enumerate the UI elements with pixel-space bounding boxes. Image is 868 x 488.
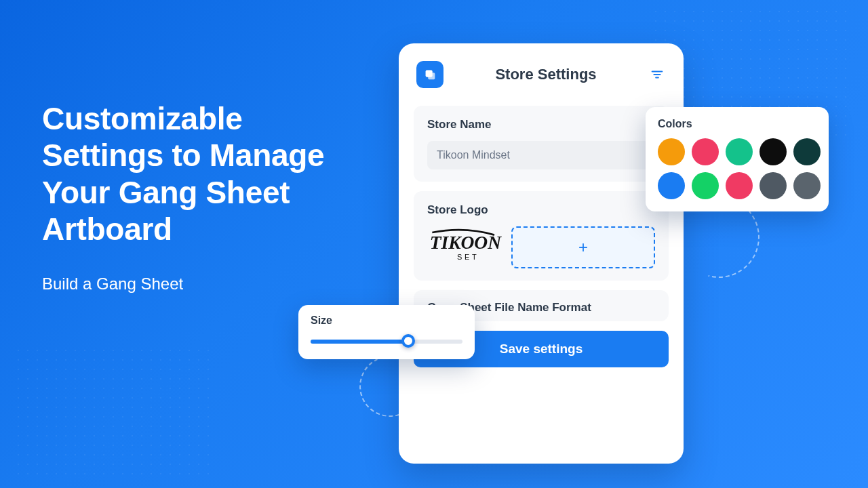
colors-label: Colors: [658, 118, 816, 130]
panel-title: Store Settings: [443, 66, 648, 83]
store-name-label: Store Name: [427, 118, 655, 131]
color-swatch[interactable]: [726, 172, 753, 199]
panel-header: Store Settings: [414, 58, 669, 96]
color-swatch[interactable]: [726, 138, 753, 165]
color-swatch[interactable]: [658, 172, 685, 199]
app-logo-icon: [416, 61, 443, 88]
colors-popover: Colors: [646, 107, 829, 211]
bg-dots: [14, 346, 217, 481]
color-swatch[interactable]: [760, 138, 787, 165]
slider-fill: [311, 340, 405, 344]
svg-text:SET: SET: [457, 253, 479, 261]
filter-icon[interactable]: [648, 66, 666, 83]
svg-rect-1: [428, 73, 435, 79]
color-swatch[interactable]: [793, 138, 821, 165]
color-swatch[interactable]: [793, 172, 821, 199]
store-name-input[interactable]: [427, 141, 655, 169]
hero-block: Customizable Settings to Manage Your Gan…: [42, 100, 334, 293]
size-slider[interactable]: [311, 336, 462, 346]
color-swatch[interactable]: [658, 138, 685, 165]
store-logo-preview: TIKOON SET: [427, 226, 502, 268]
store-name-card: Store Name: [414, 106, 669, 182]
size-popover: Size: [298, 305, 475, 359]
color-swatch[interactable]: [692, 172, 719, 199]
store-logo-label: Store Logo: [427, 203, 655, 217]
color-swatch[interactable]: [692, 138, 719, 165]
store-logo-card: Store Logo TIKOON SET +: [414, 191, 669, 281]
hero-headline: Customizable Settings to Manage Your Gan…: [42, 100, 334, 247]
plus-icon: +: [578, 238, 588, 257]
hero-subline: Build a Gang Sheet: [42, 274, 334, 293]
size-label: Size: [311, 314, 462, 327]
settings-panel: Store Settings Store Name Store Logo TIK…: [399, 43, 684, 464]
color-swatch-grid: [658, 138, 816, 199]
slider-thumb[interactable]: [401, 334, 415, 348]
upload-logo-button[interactable]: +: [511, 226, 655, 268]
color-swatch[interactable]: [760, 172, 787, 199]
